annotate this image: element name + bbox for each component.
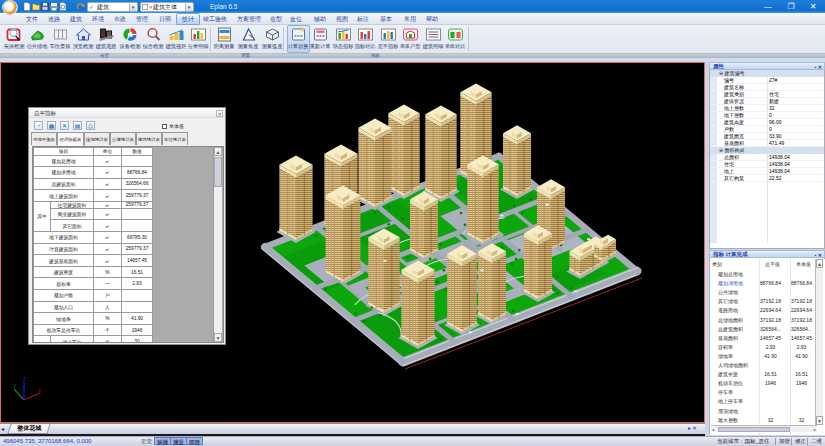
svg-text:X: X	[38, 388, 42, 394]
svg-text:Y: Y	[13, 383, 17, 389]
svg-text:Z: Z	[23, 376, 26, 382]
